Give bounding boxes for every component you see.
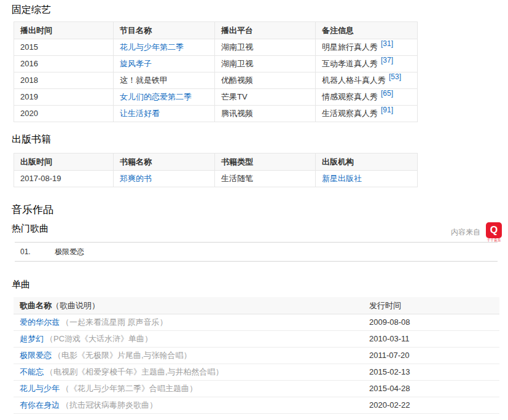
col-header-release-date: 发行时间 (363, 297, 499, 314)
remark-text: 机器人格斗真人秀 (322, 76, 386, 85)
books-header-row: 出版时间 书籍名称 书籍类型 出版机构 (14, 154, 418, 171)
singles-table: 歌曲名称（歌曲说明） 发行时间 爱的华尔兹（一起来看流星雨 原声音乐） 2009… (14, 297, 499, 414)
col-header-broadcast-time: 播出时间 (14, 22, 114, 39)
hot-song-name: 极限爱恋 (55, 247, 84, 257)
table-row: 有你在身边（抗击冠状病毒肺炎歌曲） 2020-02-22 (14, 397, 499, 414)
song-link[interactable]: 有你在身边 (20, 400, 60, 410)
broadcast-time: 2020 (14, 106, 114, 122)
release-date: 2015-04-28 (363, 381, 499, 397)
program-link[interactable]: 旋风孝子 (120, 59, 152, 68)
release-date: 2020-02-22 (363, 397, 499, 414)
col-header-remarks: 备注信息 (316, 22, 418, 39)
section-title-variety: 固定综艺 (12, 4, 508, 16)
col-header-program-name: 节目名称 (114, 22, 215, 39)
remark-text: 互动孝道真人秀 (322, 59, 378, 68)
table-row: 花儿与少年（《花儿与少年第二季》合唱主题曲） 2015-04-28 (14, 381, 499, 397)
subsection-title-hot-songs: 热门歌曲 (12, 223, 49, 233)
broadcast-time: 2018 (14, 72, 114, 89)
col-header-platform: 播出平台 (215, 22, 316, 39)
broadcast-time: 2019 (14, 89, 114, 106)
publish-time: 2017-08-19 (14, 171, 114, 187)
song-description: （抗击冠状病毒肺炎歌曲） (61, 400, 157, 410)
broadcast-time: 2015 (14, 39, 114, 56)
reference-link[interactable]: [37] (381, 56, 393, 64)
hot-songs-list: 01. 极限爱恋 (15, 242, 498, 262)
table-row: 2016 旋风孝子 湖南卫视 互动孝道真人秀[37] (14, 56, 418, 72)
content-source-label: 内容来自 (451, 227, 480, 238)
section-title-books: 出版书籍 (12, 133, 508, 146)
release-date: 2010-03-11 (363, 331, 499, 348)
col-header-song-note: （歌曲说明） (52, 301, 100, 310)
reference-link[interactable]: [91] (381, 106, 393, 114)
book-type: 生活随笔 (215, 171, 316, 187)
singles-header-row: 歌曲名称（歌曲说明） 发行时间 (14, 297, 499, 314)
song-link[interactable]: 超梦幻 (20, 334, 44, 343)
remark-text: 明星旅行真人秀 (322, 42, 378, 52)
song-description: （电影《无极限》片尾曲,与张翰合唱） (53, 351, 192, 360)
remark-text: 生活观察真人秀 (322, 109, 378, 118)
table-row: 2019 女儿们的恋爱第二季 芒果TV 情感观察真人秀[65] (14, 89, 418, 106)
table-row: 2015 花儿与少年第二季 湖南卫视 明星旅行真人秀[31] (14, 39, 418, 56)
variety-table: 播出时间 节目名称 播出平台 备注信息 2015 花儿与少年第二季 湖南卫视 明… (14, 21, 418, 122)
release-date: 2015-02-13 (363, 364, 499, 381)
variety-header-row: 播出时间 节目名称 播出平台 备注信息 (14, 22, 418, 39)
platform: 优酷视频 (215, 72, 316, 89)
song-link[interactable]: 极限爱恋 (20, 351, 52, 360)
baike-article-section: 固定综艺 播出时间 节目名称 播出平台 备注信息 2015 花儿与少年第二季 湖… (0, 0, 508, 420)
table-row: 不能忘（电视剧《相爱穿梭千年》主题曲,与井柏然合唱） 2015-02-13 (14, 364, 499, 381)
book-link[interactable]: 郑爽的书 (120, 174, 152, 183)
program-link[interactable]: 女儿们的恋爱第二季 (120, 92, 192, 101)
col-header-book-type: 书籍类型 (215, 154, 316, 171)
platform: 湖南卫视 (215, 39, 316, 56)
table-row: 爱的华尔兹（一起来看流星雨 原声音乐） 2009-08-08 (14, 314, 499, 331)
hot-song-index: 01. (20, 247, 55, 256)
song-description: （一起来看流星雨 原声音乐） (61, 317, 168, 327)
table-row: 2020 让生活好看 腾讯视频 生活观察真人秀[91] (14, 106, 418, 122)
hot-song-row[interactable]: 01. 极限爱恋 (15, 243, 498, 262)
song-link[interactable]: 花儿与少年 (20, 384, 60, 393)
broadcast-time: 2016 (14, 56, 114, 72)
platform: 腾讯视频 (215, 106, 316, 122)
hot-songs-header: 热门歌曲 内容来自 Q 千千音乐 (12, 222, 504, 242)
publisher-link[interactable]: 新星出版社 (322, 174, 362, 183)
table-row: 2017-08-19 郑爽的书 生活随笔 新星出版社 (14, 171, 418, 187)
reference-link[interactable]: [53] (389, 72, 401, 81)
col-header-book-name: 书籍名称 (114, 154, 215, 171)
qianqian-logo-caption: 千千音乐 (487, 239, 501, 241)
table-row: 2018 这！就是铁甲 优酷视频 机器人格斗真人秀[53] (14, 72, 418, 89)
content-source: 内容来自 Q 千千音乐 (451, 222, 504, 243)
reference-link[interactable]: [31] (381, 39, 393, 48)
col-header-song-name: 歌曲名称 (20, 301, 52, 310)
table-row: 极限爱恋（电影《无极限》片尾曲,与张翰合唱） 2011-07-20 (14, 348, 499, 364)
song-description: （《花儿与少年第二季》合唱主题曲） (61, 384, 197, 393)
table-row: 超梦幻（PC游戏《大话水浒》单曲） 2010-03-11 (14, 331, 499, 348)
platform: 芒果TV (215, 89, 316, 106)
section-title-music: 音乐作品 (12, 203, 508, 217)
col-header-publish-time: 出版时间 (14, 154, 114, 171)
song-description: （电视剧《相爱穿梭千年》主题曲,与井柏然合唱） (45, 367, 224, 376)
release-date: 2011-07-20 (363, 348, 499, 364)
subsection-title-singles: 单曲 (12, 279, 508, 289)
song-link[interactable]: 爱的华尔兹 (20, 317, 60, 327)
qianqian-music-logo[interactable]: Q 千千音乐 (484, 222, 504, 243)
song-link[interactable]: 不能忘 (20, 367, 44, 376)
books-table: 出版时间 书籍名称 书籍类型 出版机构 2017-08-19 郑爽的书 生活随笔… (14, 153, 418, 187)
program-link[interactable]: 让生活好看 (120, 109, 160, 118)
col-header-publisher: 出版机构 (316, 154, 418, 171)
program-name-plain: 这！就是铁甲 (120, 76, 168, 85)
reference-link[interactable]: [65] (381, 89, 393, 98)
qianqian-q-icon: Q (486, 222, 502, 238)
program-link[interactable]: 花儿与少年第二季 (120, 42, 184, 52)
release-date: 2009-08-08 (363, 314, 499, 331)
platform: 湖南卫视 (215, 56, 316, 72)
song-description: （PC游戏《大话水浒》单曲） (45, 334, 152, 343)
remark-text: 情感观察真人秀 (322, 92, 378, 101)
